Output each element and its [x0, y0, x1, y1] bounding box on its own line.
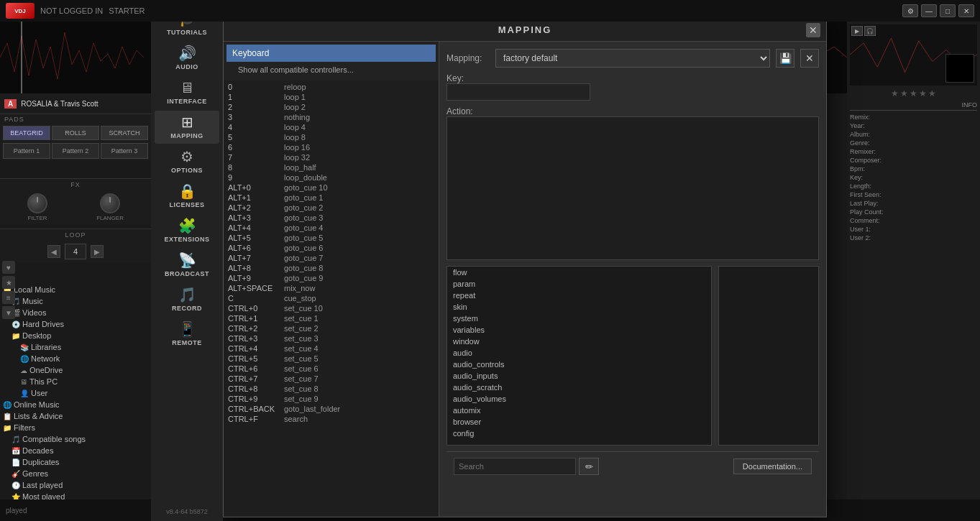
- star-icon[interactable]: ★: [2, 276, 15, 289]
- beatgrid-btn[interactable]: BEATGRID: [3, 126, 50, 140]
- flanger-knob-left[interactable]: FLANGER: [96, 193, 124, 221]
- key-row[interactable]: CTRL+8set_cue 8: [225, 384, 437, 394]
- file-item[interactable]: 💿Hard Drives: [0, 318, 151, 330]
- key-row[interactable]: CTRL+1set_cue 1: [225, 313, 437, 323]
- sidebar-item-audio[interactable]: 🔊 AUDIO: [155, 42, 219, 75]
- key-row[interactable]: CTRL+5set_cue 5: [225, 354, 437, 364]
- file-item[interactable]: ☁OneDrive: [0, 364, 151, 376]
- play-btn-right[interactable]: ▶: [851, 26, 863, 36]
- action-sub-list[interactable]: [718, 266, 819, 446]
- action-item[interactable]: repeat: [447, 290, 711, 301]
- scratch-btn-left[interactable]: SCRATCH: [101, 126, 148, 140]
- action-item[interactable]: audio_inputs: [447, 370, 711, 382]
- key-row[interactable]: CTRL+3set_cue 3: [225, 333, 437, 344]
- key-row[interactable]: CTRL+9set_cue 9: [225, 394, 437, 404]
- action-item[interactable]: audio_volumes: [447, 393, 711, 405]
- key-row[interactable]: 5loop 8: [225, 132, 437, 142]
- save-mapping-btn[interactable]: 💾: [776, 49, 794, 68]
- key-row[interactable]: CTRL+6set_cue 6: [225, 364, 437, 374]
- key-row[interactable]: Ccue_stop: [225, 293, 437, 303]
- close-button[interactable]: ✕: [958, 4, 974, 17]
- sidebar-item-extensions[interactable]: 🧩 EXTENSIONS: [155, 214, 219, 247]
- action-item[interactable]: audio_scratch: [447, 382, 711, 393]
- file-item[interactable]: 🎬Videos: [0, 307, 151, 318]
- device-show-all[interactable]: Show all compatible controllers...: [226, 62, 436, 78]
- mapping-select[interactable]: factory default: [495, 49, 770, 68]
- key-row[interactable]: 0reloop: [225, 82, 437, 92]
- loop-next-left[interactable]: ▶: [91, 245, 104, 258]
- key-row[interactable]: 2loop 2: [225, 102, 437, 112]
- sidebar-item-broadcast[interactable]: 📡 BROADCAST: [155, 249, 219, 282]
- action-item[interactable]: automix: [447, 405, 711, 416]
- file-item[interactable]: 🕐Last played: [0, 479, 151, 491]
- action-item[interactable]: audio_controls: [447, 359, 711, 370]
- file-item[interactable]: 📚Libraries: [0, 341, 151, 353]
- key-row[interactable]: ALT+6goto_cue 6: [225, 243, 437, 253]
- action-item[interactable]: flow: [447, 267, 711, 278]
- key-row[interactable]: 6loop 16: [225, 142, 437, 152]
- action-item[interactable]: system: [447, 313, 711, 324]
- star-rating[interactable]: ★ ★ ★ ★ ★: [850, 88, 977, 98]
- sidebar-item-remote[interactable]: 📱 REMOTE: [155, 318, 219, 351]
- key-row[interactable]: ALT+9goto_cue 9: [225, 273, 437, 283]
- sidebar-item-mapping[interactable]: ⊞ MAPPING: [155, 111, 219, 144]
- minimize-button[interactable]: —: [921, 4, 937, 17]
- action-item[interactable]: browser: [447, 416, 711, 428]
- key-row[interactable]: CTRL+Fsearch: [225, 414, 437, 424]
- file-item[interactable]: 📅Decades: [0, 445, 151, 456]
- folder-icon[interactable]: ▼: [2, 306, 15, 319]
- key-row[interactable]: 7loop 32: [225, 152, 437, 162]
- edit-button[interactable]: ✏: [579, 458, 599, 475]
- sidebar-item-licenses[interactable]: 🔒 LICENSES: [155, 180, 219, 213]
- key-row[interactable]: ALT+3goto_cue 3: [225, 213, 437, 223]
- key-row[interactable]: ALT+SPACEmix_now: [225, 283, 437, 293]
- key-row[interactable]: CTRL+4set_cue 4: [225, 344, 437, 354]
- maximize-button[interactable]: □: [940, 4, 956, 17]
- key-row[interactable]: CTRL+2set_cue 2: [225, 323, 437, 333]
- file-item[interactable]: 📋Lists & Advice: [0, 410, 151, 422]
- filter-knob-left[interactable]: FILTER: [27, 193, 47, 221]
- key-row[interactable]: ALT+0goto_cue 10: [225, 183, 437, 193]
- file-item[interactable]: 📁Local Music: [0, 284, 151, 295]
- key-row[interactable]: 4loop 4: [225, 122, 437, 132]
- key-row[interactable]: ALT+5goto_cue 5: [225, 233, 437, 243]
- key-row[interactable]: 1loop 1: [225, 92, 437, 102]
- file-item[interactable]: 📁Desktop: [0, 330, 151, 341]
- documentation-button[interactable]: Documentation...: [733, 458, 812, 474]
- device-keyboard[interactable]: Keyboard: [226, 45, 436, 62]
- action-list[interactable]: flowparamrepeatskinsystemvariableswindow…: [447, 266, 712, 446]
- heart-icon[interactable]: ♥: [2, 261, 15, 274]
- key-row[interactable]: ALT+7goto_cue 7: [225, 253, 437, 263]
- key-row[interactable]: CTRL+BACKgoto_last_folder: [225, 404, 437, 414]
- key-row[interactable]: ALT+8goto_cue 8: [225, 263, 437, 273]
- settings-button[interactable]: ⚙: [902, 4, 918, 17]
- loop-prev-left[interactable]: ◀: [47, 245, 60, 258]
- file-item[interactable]: 🎵Music: [0, 295, 151, 307]
- file-item[interactable]: 🌐Network: [0, 353, 151, 364]
- key-list[interactable]: 0reloop1loop 12loop 23nothing4loop 45loo…: [224, 80, 439, 517]
- key-input[interactable]: [447, 83, 590, 101]
- file-item[interactable]: 📄Duplicates: [0, 456, 151, 468]
- key-row[interactable]: ALT+2goto_cue 2: [225, 203, 437, 213]
- key-row[interactable]: 8loop_half: [225, 162, 437, 172]
- search-input[interactable]: [454, 458, 576, 475]
- file-item[interactable]: 📁Filters: [0, 422, 151, 433]
- action-item[interactable]: param: [447, 278, 711, 290]
- file-item[interactable]: 🎵Compatible songs: [0, 433, 151, 445]
- close-mapping-btn[interactable]: ✕: [800, 49, 819, 68]
- rolls-btn-left[interactable]: ROLLS: [52, 126, 99, 140]
- list-icon[interactable]: ≡: [2, 291, 15, 304]
- modal-close-button[interactable]: ✕: [806, 23, 820, 37]
- pattern3-btn[interactable]: Pattern 3: [101, 143, 148, 159]
- sidebar-item-record[interactable]: 🎵 RECORD: [155, 283, 219, 316]
- action-item[interactable]: audio: [447, 347, 711, 359]
- pattern1-btn[interactable]: Pattern 1: [3, 143, 50, 159]
- action-item[interactable]: skin: [447, 301, 711, 313]
- action-item[interactable]: variables: [447, 324, 711, 336]
- key-row[interactable]: CTRL+0set_cue 10: [225, 303, 437, 313]
- key-row[interactable]: 3nothing: [225, 112, 437, 122]
- file-item[interactable]: 👤User: [0, 387, 151, 399]
- sidebar-item-options[interactable]: ⚙ OPTIONS: [155, 145, 219, 178]
- file-item[interactable]: 🎸Genres: [0, 468, 151, 479]
- file-item[interactable]: 🌐Online Music: [0, 399, 151, 410]
